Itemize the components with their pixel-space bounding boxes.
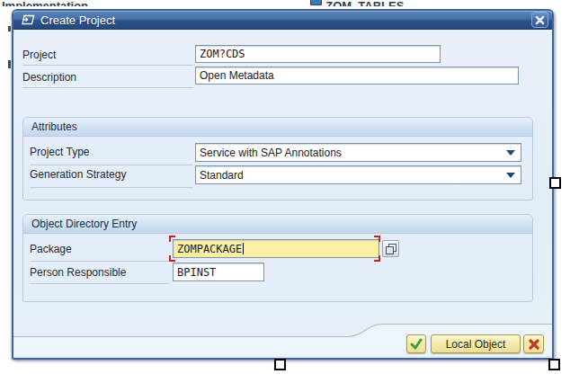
generation-strategy-label: Generation Strategy [30,168,183,181]
object-directory-group-header: Object Directory Entry [23,215,532,234]
cancel-button[interactable] [523,334,544,353]
background-clipped-text-left: Implementation [2,0,119,6]
green-check-icon [410,338,423,350]
generation-strategy-value: Standard [200,169,244,182]
required-bracket [169,255,175,262]
package-input[interactable]: ZOMPACKAGE [173,239,379,258]
selection-handle-right-middle[interactable] [549,177,561,189]
description-value: Open Metadata [200,69,274,82]
project-input[interactable]: ZOM?CDS [195,45,441,63]
background-clipped-text-right: ▪ZOM_TABLES [304,0,448,6]
project-type-dropdown[interactable]: Service with SAP Annotations [195,143,521,162]
confirm-button[interactable] [406,334,426,353]
chevron-down-icon [506,173,515,178]
selection-handle-bottom-right[interactable] [548,359,560,370]
close-button[interactable] [531,12,548,28]
person-responsible-label: Person Responsible [30,266,165,279]
project-value: ZOM?CDS [200,48,245,60]
screen: Implementation ▪ZOM_TABLES Create Projec… [0,0,588,383]
object-directory-group: Object Directory Entry Package ZOMPACKAG… [22,214,533,302]
chevron-down-icon [506,150,515,156]
row-divider [22,65,193,66]
background-text: Implementation [2,0,88,6]
object-directory-group-title: Object Directory Entry [31,218,137,230]
create-dialog-icon [20,13,35,26]
attributes-group: Attributes Project Type Service with SAP… [22,117,533,200]
row-divider [30,261,169,262]
person-responsible-input[interactable]: BPINST [173,263,264,281]
matchcode-icon [386,244,396,254]
description-label: Description [22,71,184,84]
package-value-help-button[interactable] [382,240,399,257]
create-project-dialog: Create Project Project ZOM?CDS Descripti… [12,9,554,360]
required-bracket [374,236,380,242]
attributes-group-title: Attributes [31,120,77,133]
table-icon [310,0,322,5]
project-type-label: Project Type [30,146,183,158]
generation-strategy-dropdown[interactable]: Standard [195,165,521,184]
background-remnant [8,26,11,31]
dialog-title: Create Project [40,13,115,27]
row-divider [30,165,193,165]
package-value: ZOMPACKAGE [177,243,242,255]
red-cross-icon [529,339,539,350]
package-label: Package [30,243,165,255]
attributes-group-header: Attributes [23,118,532,137]
row-divider [30,283,169,284]
tree-bullet: ▪ [304,3,307,6]
project-label: Project [22,49,184,61]
background-text: ZOM_TABLES [325,0,404,6]
row-divider [22,87,193,88]
required-bracket [169,236,175,242]
selection-handle-bottom-center[interactable] [274,359,286,370]
project-type-value: Service with SAP Annotations [200,147,342,159]
description-input[interactable]: Open Metadata [195,67,519,85]
local-object-button[interactable]: Local Object [431,334,521,353]
dialog-titlebar[interactable]: Create Project [13,11,552,30]
close-icon [535,15,545,25]
required-bracket [374,255,380,262]
text-cursor [243,243,244,254]
row-divider [30,187,193,188]
person-responsible-value: BPINST [177,266,216,279]
background-remnant [8,60,11,68]
local-object-label: Local Object [446,338,506,351]
